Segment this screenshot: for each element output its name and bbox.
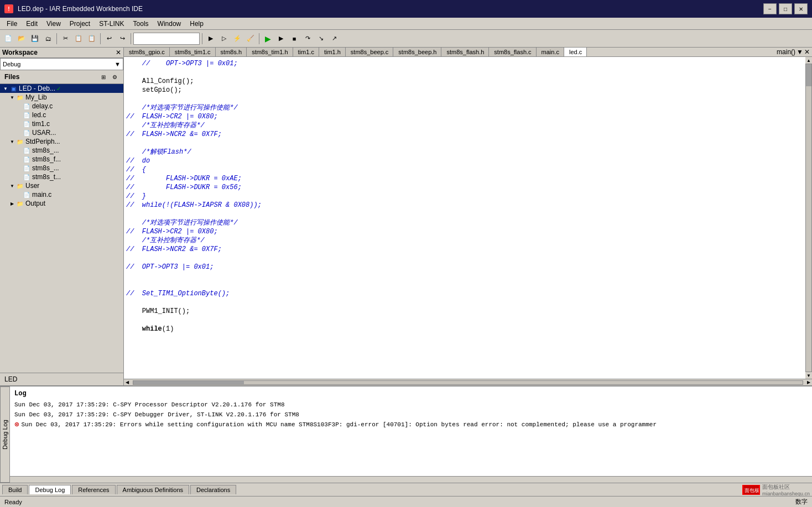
tree-item-tim1-c[interactable]: 📄 tim1.c — [0, 119, 123, 128]
tree-item-led-c[interactable]: 📄 led.c — [0, 111, 123, 119]
tab-stm8s-beep-c[interactable]: stm8s_beep.c — [346, 48, 393, 56]
window-controls: − □ ✕ — [763, 3, 808, 14]
tab-references[interactable]: References — [72, 485, 115, 494]
debug-button[interactable]: ▶ — [262, 33, 274, 45]
tab-build[interactable]: Build — [2, 485, 28, 494]
tab-stm8s-tim1-c[interactable]: stm8s_tim1.c — [170, 48, 216, 56]
scroll-thumb[interactable] — [806, 64, 811, 86]
minimize-button[interactable]: − — [763, 3, 777, 14]
sidebar-header: Workspace ✕ — [0, 48, 123, 58]
tree-item-user[interactable]: ▼ 📁 User — [0, 181, 123, 190]
tree-item-stm8s-2[interactable]: 📄 stm8s_... — [0, 164, 123, 173]
scroll-h-thumb[interactable] — [133, 381, 244, 384]
tree-label: User — [25, 182, 39, 190]
log-scrollbar-h[interactable] — [10, 476, 812, 483]
step-out-button[interactable]: ↗ — [328, 33, 340, 45]
tab-tim1-h[interactable]: tim1.h — [319, 48, 346, 56]
tree-item-main-c[interactable]: 📄 main.c — [0, 190, 123, 199]
clean-button[interactable]: 🧹 — [244, 33, 257, 45]
tab-stm8s-h[interactable]: stm8s.h — [216, 48, 247, 56]
vertical-scrollbar[interactable]: ▲ ▼ — [805, 57, 812, 379]
tree-item-usar[interactable]: 📄 USAR... — [0, 128, 123, 137]
cut-button[interactable]: ✂ — [59, 33, 71, 45]
code-line: /*解锁Flash*/ — [126, 148, 803, 156]
toolbar-dropdown[interactable] — [133, 33, 200, 45]
tree-item-my-lib[interactable]: ▼ 📁 My_Lib — [0, 93, 123, 102]
toolbar-sep-4 — [202, 33, 202, 44]
tree-label: stm8s_f... — [32, 155, 61, 163]
step-into-button[interactable]: ↘ — [315, 33, 327, 45]
tree-item-delay-c[interactable]: 📄 delay.c — [0, 102, 123, 111]
debug-log-side-tab[interactable]: Debug Log — [0, 386, 10, 483]
paste-button[interactable]: 📋 — [86, 33, 98, 45]
scroll-track[interactable] — [805, 64, 812, 372]
tree-item-stm8s-1[interactable]: 📄 stm8s_... — [0, 146, 123, 155]
editor-area: stm8s_gpio.c stm8s_tim1.c stm8s.h stm8s_… — [124, 48, 812, 385]
tab-led-c[interactable]: led.c — [564, 48, 587, 57]
code-line: while(1) — [126, 325, 803, 333]
save-all-button[interactable]: 🗂 — [42, 33, 54, 45]
step-over-button[interactable]: ↷ — [301, 33, 314, 45]
tab-debug-log[interactable]: Debug Log — [29, 485, 71, 494]
open-file-button[interactable]: 📂 — [15, 33, 28, 45]
tab-declarations[interactable]: Declarations — [190, 485, 236, 494]
close-button[interactable]: ✕ — [794, 3, 808, 14]
log-line-error: ⊗ Sun Dec 03, 2017 17:35:29: Errors whil… — [14, 420, 808, 430]
tab-stm8s-beep-h[interactable]: stm8s_beep.h — [393, 48, 441, 56]
compile-all-button[interactable]: ▷ — [218, 33, 230, 45]
tab-ambiguous-definitions[interactable]: Ambiguous Definitions — [117, 485, 189, 494]
tab-tim1-c[interactable]: tim1.c — [293, 48, 319, 56]
scroll-down-arrow[interactable]: ▼ — [805, 372, 812, 379]
code-line — [126, 68, 803, 77]
tree-item-led-deb[interactable]: ▼ ▣ LED - Deb... ✓ — [0, 84, 123, 93]
tree-item-stdperiph[interactable]: ▼ 📁 StdPeriph... — [0, 137, 123, 146]
tree-item-stm8s-f[interactable]: 📄 stm8s_f... — [0, 155, 123, 164]
horizontal-scrollbar[interactable]: ◀ ▶ — [124, 379, 812, 385]
tab-close-icon[interactable]: ✕ — [804, 48, 810, 56]
run-button[interactable]: ▶ — [275, 33, 287, 45]
tab-stm8s-tim1-h[interactable]: stm8s_tim1.h — [247, 48, 293, 56]
scroll-h-track[interactable] — [133, 380, 803, 385]
files-label: Files — [4, 73, 19, 81]
tab-stm8s-flash-h[interactable]: stm8s_flash.h — [441, 48, 489, 56]
code-line: /*互补控制寄存器*/ — [126, 121, 803, 130]
tab-stm8s-flash-c[interactable]: stm8s_flash.c — [489, 48, 536, 56]
stop-button[interactable]: ■ — [288, 33, 300, 45]
settings-icon[interactable]: ⚙ — [110, 72, 119, 81]
tree-item-stm8s-t[interactable]: 📄 stm8s_t... — [0, 173, 123, 181]
sidebar-dropdown[interactable]: Debug ▼ — [0, 58, 123, 70]
menu-edit[interactable]: Edit — [22, 19, 42, 29]
build-button[interactable]: ⚡ — [231, 33, 243, 45]
menu-view[interactable]: View — [42, 19, 65, 29]
menu-tools[interactable]: Tools — [129, 19, 153, 29]
redo-button[interactable]: ↪ — [116, 33, 128, 45]
code-line: /*对选项字节进行写操作使能*/ — [126, 218, 803, 227]
menu-window[interactable]: Window — [153, 19, 186, 29]
maximize-button[interactable]: □ — [779, 3, 792, 14]
compile-button[interactable]: ▶ — [205, 33, 217, 45]
tab-arrow-icon[interactable]: ▼ — [797, 48, 803, 56]
code-line: // do — [126, 156, 803, 165]
tab-function-label: main() — [777, 48, 795, 56]
log-text: Sun Dec 03, 2017 17:35:29: C-SPY Process… — [14, 400, 284, 410]
add-file-icon[interactable]: ⊞ — [99, 72, 108, 81]
app-icon: ! — [4, 4, 13, 13]
code-editor[interactable]: // OPT->OPT3 |= 0x01; All_Config(); setG… — [124, 57, 805, 379]
scroll-left-arrow[interactable]: ◀ — [124, 379, 131, 386]
menu-stlink[interactable]: ST-LINK — [95, 19, 128, 29]
sidebar-close-button[interactable]: ✕ — [116, 49, 121, 56]
save-button[interactable]: 💾 — [29, 33, 41, 45]
menu-help[interactable]: Help — [185, 19, 208, 29]
new-file-button[interactable]: 📄 — [2, 33, 14, 45]
menu-file[interactable]: File — [2, 19, 22, 29]
undo-button[interactable]: ↩ — [103, 33, 115, 45]
copy-button[interactable]: 📋 — [72, 33, 85, 45]
scroll-right-arrow[interactable]: ▶ — [805, 379, 812, 386]
tab-stm8s-gpio-c[interactable]: stm8s_gpio.c — [124, 48, 170, 56]
code-line: /*互补控制寄存器*/ — [126, 236, 803, 245]
menu-project[interactable]: Project — [65, 19, 95, 29]
scroll-up-arrow[interactable]: ▲ — [805, 57, 812, 64]
tree-item-output[interactable]: ▶ 📁 Output — [0, 199, 123, 208]
tab-main-c[interactable]: main.c — [537, 48, 564, 56]
tab-bar: stm8s_gpio.c stm8s_tim1.c stm8s.h stm8s_… — [124, 48, 812, 57]
